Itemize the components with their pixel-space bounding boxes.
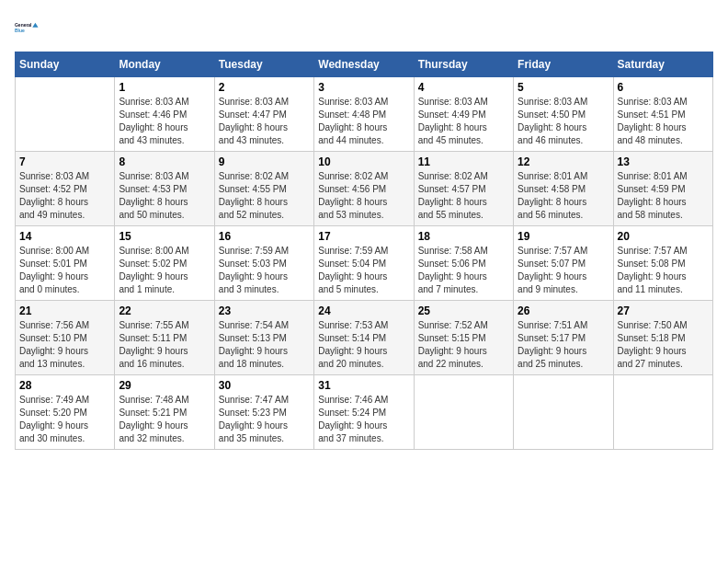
day-number: 30: [219, 379, 310, 392]
day-cell: 13Sunrise: 8:01 AM Sunset: 4:59 PM Dayli…: [613, 152, 712, 226]
day-number: 13: [618, 155, 709, 168]
day-cell: 10Sunrise: 8:02 AM Sunset: 4:56 PM Dayli…: [314, 152, 414, 226]
week-row-4: 21Sunrise: 7:56 AM Sunset: 5:10 PM Dayli…: [16, 301, 713, 375]
day-info: Sunrise: 7:51 AM Sunset: 5:17 PM Dayligh…: [518, 319, 609, 371]
logo-icon: GeneralBlue: [15, 15, 40, 40]
day-cell: 15Sunrise: 8:00 AM Sunset: 5:02 PM Dayli…: [115, 226, 214, 301]
day-number: 31: [318, 379, 409, 392]
calendar-table: SundayMondayTuesdayWednesdayThursdayFrid…: [15, 52, 713, 450]
header-cell-tuesday: Tuesday: [214, 52, 313, 77]
day-info: Sunrise: 8:03 AM Sunset: 4:46 PM Dayligh…: [119, 96, 210, 147]
day-number: 6: [618, 81, 709, 94]
page-header: GeneralBlue: [15, 15, 713, 40]
day-cell: [16, 77, 115, 152]
header-cell-saturday: Saturday: [613, 52, 712, 77]
day-cell: 22Sunrise: 7:55 AM Sunset: 5:11 PM Dayli…: [115, 301, 214, 375]
day-number: 15: [119, 230, 210, 243]
day-cell: 31Sunrise: 7:46 AM Sunset: 5:24 PM Dayli…: [314, 375, 414, 450]
day-info: Sunrise: 7:59 AM Sunset: 5:03 PM Dayligh…: [219, 245, 310, 296]
header-cell-thursday: Thursday: [414, 52, 513, 77]
day-cell: [414, 375, 513, 450]
day-cell: 19Sunrise: 7:57 AM Sunset: 5:07 PM Dayli…: [514, 226, 613, 301]
day-info: Sunrise: 7:58 AM Sunset: 5:06 PM Dayligh…: [418, 245, 509, 296]
day-number: 12: [518, 155, 609, 168]
day-cell: 4Sunrise: 8:03 AM Sunset: 4:49 PM Daylig…: [414, 77, 513, 152]
week-row-2: 7Sunrise: 8:03 AM Sunset: 4:52 PM Daylig…: [16, 152, 713, 226]
day-number: 11: [418, 155, 509, 168]
day-cell: 29Sunrise: 7:48 AM Sunset: 5:21 PM Dayli…: [115, 375, 214, 450]
header-cell-monday: Monday: [115, 52, 214, 77]
day-number: 7: [19, 155, 110, 168]
day-info: Sunrise: 7:48 AM Sunset: 5:21 PM Dayligh…: [119, 394, 210, 445]
day-cell: 14Sunrise: 8:00 AM Sunset: 5:01 PM Dayli…: [16, 226, 115, 301]
day-info: Sunrise: 8:01 AM Sunset: 4:59 PM Dayligh…: [618, 170, 709, 222]
day-number: 4: [418, 81, 509, 94]
day-number: 29: [119, 379, 210, 392]
day-number: 20: [618, 230, 709, 243]
day-cell: 27Sunrise: 7:50 AM Sunset: 5:18 PM Dayli…: [613, 301, 712, 375]
day-number: 8: [119, 155, 210, 168]
day-number: 25: [418, 304, 509, 317]
day-info: Sunrise: 8:03 AM Sunset: 4:51 PM Dayligh…: [618, 96, 709, 147]
day-info: Sunrise: 7:57 AM Sunset: 5:07 PM Dayligh…: [518, 245, 609, 296]
day-info: Sunrise: 7:54 AM Sunset: 5:13 PM Dayligh…: [219, 319, 310, 371]
header-row: SundayMondayTuesdayWednesdayThursdayFrid…: [16, 52, 713, 77]
day-info: Sunrise: 8:03 AM Sunset: 4:48 PM Dayligh…: [318, 96, 409, 147]
svg-marker-2: [32, 23, 38, 28]
day-info: Sunrise: 7:55 AM Sunset: 5:11 PM Dayligh…: [119, 319, 210, 371]
day-number: 27: [618, 304, 709, 317]
day-number: 21: [19, 304, 110, 317]
day-info: Sunrise: 7:52 AM Sunset: 5:15 PM Dayligh…: [418, 319, 509, 371]
day-info: Sunrise: 8:03 AM Sunset: 4:50 PM Dayligh…: [518, 96, 609, 147]
day-info: Sunrise: 7:47 AM Sunset: 5:23 PM Dayligh…: [219, 394, 310, 445]
day-cell: 18Sunrise: 7:58 AM Sunset: 5:06 PM Dayli…: [414, 226, 513, 301]
day-number: 16: [219, 230, 310, 243]
day-cell: 17Sunrise: 7:59 AM Sunset: 5:04 PM Dayli…: [314, 226, 414, 301]
day-cell: 23Sunrise: 7:54 AM Sunset: 5:13 PM Dayli…: [214, 301, 313, 375]
day-number: 5: [518, 81, 609, 94]
day-number: 9: [219, 155, 310, 168]
day-cell: 21Sunrise: 7:56 AM Sunset: 5:10 PM Dayli…: [16, 301, 115, 375]
day-number: 1: [119, 81, 210, 94]
day-info: Sunrise: 7:46 AM Sunset: 5:24 PM Dayligh…: [318, 394, 409, 445]
day-cell: 30Sunrise: 7:47 AM Sunset: 5:23 PM Dayli…: [214, 375, 313, 450]
day-info: Sunrise: 8:03 AM Sunset: 4:53 PM Dayligh…: [119, 170, 210, 222]
week-row-5: 28Sunrise: 7:49 AM Sunset: 5:20 PM Dayli…: [16, 375, 713, 450]
day-info: Sunrise: 7:49 AM Sunset: 5:20 PM Dayligh…: [19, 394, 110, 445]
day-cell: 20Sunrise: 7:57 AM Sunset: 5:08 PM Dayli…: [613, 226, 712, 301]
day-cell: 6Sunrise: 8:03 AM Sunset: 4:51 PM Daylig…: [613, 77, 712, 152]
week-row-1: 1Sunrise: 8:03 AM Sunset: 4:46 PM Daylig…: [16, 77, 713, 152]
day-number: 14: [19, 230, 110, 243]
day-number: 28: [19, 379, 110, 392]
day-number: 3: [318, 81, 409, 94]
day-cell: 2Sunrise: 8:03 AM Sunset: 4:47 PM Daylig…: [214, 77, 313, 152]
day-cell: [514, 375, 613, 450]
day-cell: 28Sunrise: 7:49 AM Sunset: 5:20 PM Dayli…: [16, 375, 115, 450]
day-cell: 3Sunrise: 8:03 AM Sunset: 4:48 PM Daylig…: [314, 77, 414, 152]
day-info: Sunrise: 8:02 AM Sunset: 4:57 PM Dayligh…: [418, 170, 509, 222]
day-info: Sunrise: 8:03 AM Sunset: 4:47 PM Dayligh…: [219, 96, 310, 147]
header-cell-friday: Friday: [514, 52, 613, 77]
day-cell: 1Sunrise: 8:03 AM Sunset: 4:46 PM Daylig…: [115, 77, 214, 152]
day-number: 17: [318, 230, 409, 243]
day-info: Sunrise: 8:02 AM Sunset: 4:55 PM Dayligh…: [219, 170, 310, 222]
day-info: Sunrise: 8:03 AM Sunset: 4:49 PM Dayligh…: [418, 96, 509, 147]
day-info: Sunrise: 8:01 AM Sunset: 4:58 PM Dayligh…: [518, 170, 609, 222]
day-cell: [613, 375, 712, 450]
header-cell-sunday: Sunday: [16, 52, 115, 77]
day-number: 18: [418, 230, 509, 243]
day-cell: 5Sunrise: 8:03 AM Sunset: 4:50 PM Daylig…: [514, 77, 613, 152]
day-info: Sunrise: 8:00 AM Sunset: 5:01 PM Dayligh…: [19, 245, 110, 296]
day-cell: 12Sunrise: 8:01 AM Sunset: 4:58 PM Dayli…: [514, 152, 613, 226]
day-number: 23: [219, 304, 310, 317]
day-info: Sunrise: 8:00 AM Sunset: 5:02 PM Dayligh…: [119, 245, 210, 296]
svg-text:General: General: [15, 23, 32, 28]
day-cell: 11Sunrise: 8:02 AM Sunset: 4:57 PM Dayli…: [414, 152, 513, 226]
day-number: 22: [119, 304, 210, 317]
day-info: Sunrise: 7:59 AM Sunset: 5:04 PM Dayligh…: [318, 245, 409, 296]
day-cell: 25Sunrise: 7:52 AM Sunset: 5:15 PM Dayli…: [414, 301, 513, 375]
logo: GeneralBlue: [15, 15, 40, 40]
day-info: Sunrise: 8:02 AM Sunset: 4:56 PM Dayligh…: [318, 170, 409, 222]
day-number: 24: [318, 304, 409, 317]
day-number: 19: [518, 230, 609, 243]
